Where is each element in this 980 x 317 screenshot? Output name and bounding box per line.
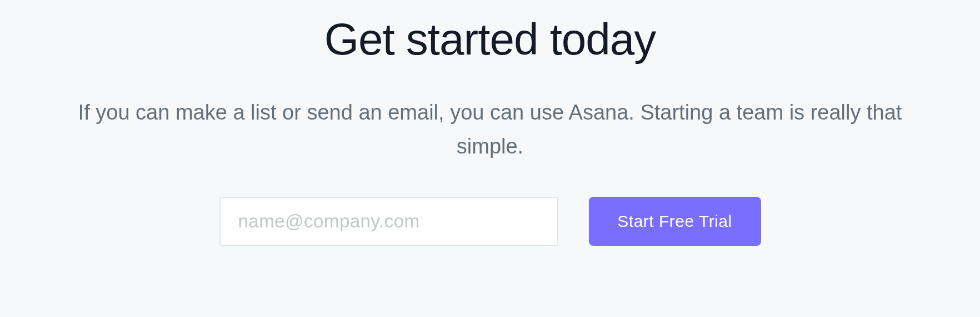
hero-heading: Get started today [324,14,656,65]
hero-subheading: If you can make a list or send an email,… [57,96,923,164]
signup-form: Start Free Trial [219,197,761,246]
start-free-trial-button[interactable]: Start Free Trial [589,197,761,246]
email-input[interactable] [219,197,558,246]
